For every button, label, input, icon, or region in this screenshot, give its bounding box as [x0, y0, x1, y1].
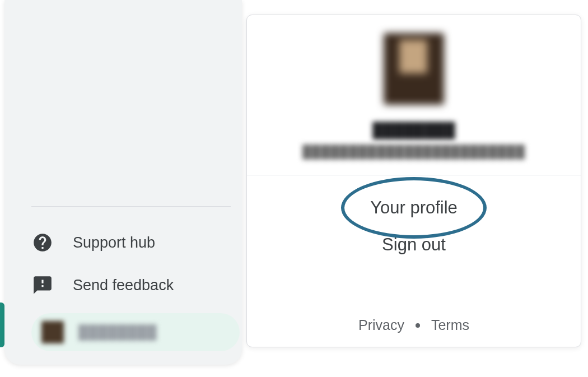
profile-user-name: ████████ [372, 122, 455, 139]
sidebar-item-label: Support hub [73, 234, 155, 252]
your-profile-link[interactable]: Your profile [370, 198, 458, 218]
profile-user-email: ████████████████████████ [302, 145, 525, 159]
sidebar-user-chip[interactable]: ████████ [31, 313, 240, 351]
profile-footer: Privacy Terms [358, 317, 469, 347]
sidebar-accent [0, 302, 4, 347]
avatar-large [384, 33, 444, 105]
privacy-link[interactable]: Privacy [358, 317, 404, 333]
user-chip-label: ████████ [78, 324, 157, 340]
profile-header: ████████ ████████████████████████ [247, 15, 581, 175]
terms-link[interactable]: Terms [431, 317, 469, 333]
sidebar-divider [31, 206, 231, 207]
sidebar-item-feedback[interactable]: Send feedback [31, 264, 233, 306]
sidebar-item-support[interactable]: Support hub [31, 221, 233, 264]
profile-popover: ████████ ████████████████████████ Your p… [246, 15, 581, 347]
sidebar-item-label: Send feedback [73, 277, 174, 294]
help-icon [31, 231, 54, 254]
profile-links: Your profile Sign out [370, 175, 458, 272]
separator-dot [416, 323, 420, 328]
sidebar: Support hub Send feedback ████████ [4, 0, 242, 365]
sign-out-link[interactable]: Sign out [382, 235, 446, 255]
avatar-small [41, 321, 64, 343]
feedback-icon [31, 274, 54, 296]
